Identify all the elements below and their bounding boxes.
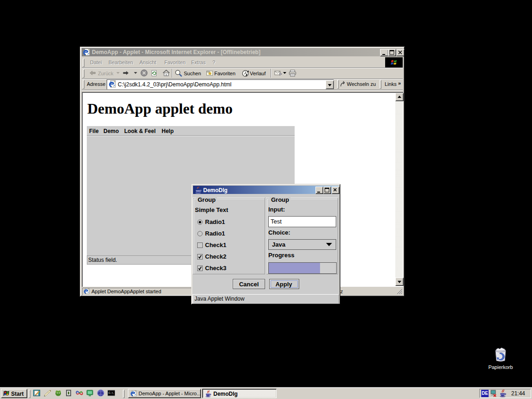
svg-text:C:\: C:\ [109, 391, 114, 394]
